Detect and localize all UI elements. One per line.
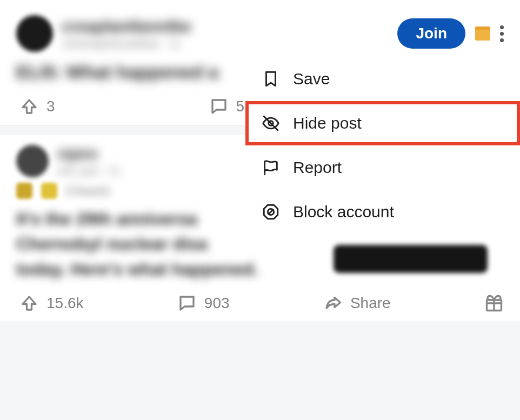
- action-row: 15.6k 903 Share: [16, 291, 504, 314]
- join-button[interactable]: Join: [397, 18, 465, 49]
- comment-count: 5: [236, 98, 245, 115]
- comment-icon: [177, 294, 197, 313]
- menu-item-hide-post[interactable]: Hide post: [245, 101, 520, 145]
- menu-item-report[interactable]: Report: [245, 145, 520, 190]
- gift-icon: [484, 294, 504, 313]
- menu-label: Hide post: [293, 114, 362, 132]
- subreddit-avatar[interactable]: [16, 15, 53, 52]
- bookmark-icon: [262, 70, 280, 88]
- subreddit-name[interactable]: creaplantlanntbe: [62, 17, 397, 36]
- block-icon: [262, 203, 280, 221]
- award-icon: [41, 183, 57, 199]
- subreddit-avatar[interactable]: [16, 145, 49, 177]
- share-button[interactable]: Share: [323, 294, 391, 313]
- eye-off-icon: [262, 114, 280, 132]
- menu-label: Block account: [293, 203, 394, 221]
- header-actions: Join: [397, 18, 504, 49]
- comment-button[interactable]: 903: [177, 294, 230, 313]
- post-header: creaplantlanntbe urthehaphitezoblbae · 7…: [16, 15, 504, 52]
- link-preview-pill[interactable]: [334, 245, 488, 273]
- more-options-button[interactable]: [500, 25, 504, 42]
- menu-label: Report: [293, 158, 342, 177]
- menu-item-save[interactable]: Save: [245, 57, 520, 101]
- comment-button[interactable]: 5: [209, 97, 245, 116]
- post-options-menu: Save Hide post Report Block account: [245, 57, 520, 234]
- menu-item-block-account[interactable]: Block account: [245, 190, 520, 234]
- upvote-count: 3: [46, 98, 55, 115]
- upvote-button[interactable]: 3: [19, 97, 55, 116]
- awards-count: 8 Awards: [66, 185, 110, 197]
- upvote-icon: [19, 97, 39, 116]
- share-icon: [323, 294, 343, 313]
- upvote-button[interactable]: 15.6k: [19, 294, 84, 313]
- award-icon: [16, 183, 32, 199]
- upvote-count: 15.6k: [46, 295, 84, 312]
- promoted-icon[interactable]: [475, 26, 490, 41]
- svg-line-5: [269, 210, 274, 215]
- upvote-icon: [19, 294, 39, 313]
- comment-icon: [209, 97, 229, 116]
- post-meta: urthehaphitezoblbae · 7y: [62, 38, 397, 50]
- header-text: creaplantlanntbe urthehaphitezoblbae · 7…: [62, 17, 397, 50]
- comment-count: 903: [204, 295, 230, 312]
- flag-icon: [262, 158, 280, 177]
- share-label: Share: [350, 295, 391, 312]
- menu-label: Save: [293, 70, 330, 88]
- award-button[interactable]: [484, 294, 504, 313]
